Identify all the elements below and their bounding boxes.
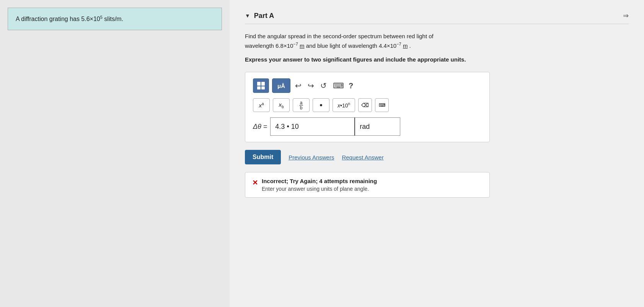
error-text-block: Incorrect; Try Again; 4 attempts remaini… bbox=[262, 178, 377, 192]
undo-btn[interactable]: ↩ bbox=[293, 78, 303, 93]
toolbar: μÅ ↩ ↪ ↺ ⌨ ? bbox=[253, 78, 482, 93]
right-panel: ▼ Part A ⇒ Find the angular spread in th… bbox=[230, 0, 644, 307]
fraction-btn[interactable]: a b bbox=[293, 98, 310, 112]
undo-icon: ↩ bbox=[295, 81, 302, 90]
left-panel: A diffraction grating has 5.6×105 slits/… bbox=[0, 0, 230, 307]
error-title: Incorrect; Try Again; 4 attempts remaini… bbox=[262, 178, 377, 184]
answer-container: μÅ ↩ ↪ ↺ ⌨ ? xa xb bbox=[245, 72, 490, 142]
math-row: xa xb a b • x•10n ⌫ ⌨ bbox=[253, 98, 482, 112]
dot-btn[interactable]: • bbox=[313, 98, 329, 112]
error-subtitle: Enter your answer using units of plane a… bbox=[262, 186, 377, 192]
part-collapse-icon[interactable]: ▼ bbox=[245, 13, 250, 19]
subscript-label: xb bbox=[279, 101, 284, 109]
sci-notation-label: x•10n bbox=[337, 102, 350, 109]
error-box: ✕ Incorrect; Try Again; 4 attempts remai… bbox=[245, 172, 490, 198]
subscript-btn[interactable]: xb bbox=[273, 98, 290, 112]
delete-icon: ⌫ bbox=[361, 102, 369, 108]
refresh-btn[interactable]: ↺ bbox=[319, 78, 328, 93]
refresh-icon: ↺ bbox=[320, 81, 327, 90]
previous-answers-link[interactable]: Previous Answers bbox=[289, 154, 334, 161]
delete-btn[interactable]: ⌫ bbox=[358, 98, 372, 112]
fraction-icon: a b bbox=[299, 101, 303, 110]
sci-notation-btn[interactable]: x•10n bbox=[333, 98, 355, 112]
superscript-btn[interactable]: xa bbox=[253, 98, 270, 112]
question-line1: Find the angular spread in the second-or… bbox=[245, 33, 434, 39]
matrix-icon bbox=[257, 82, 265, 89]
part-title: Part A bbox=[254, 12, 274, 20]
keyboard-icon: ⌨ bbox=[333, 81, 344, 90]
answer-input[interactable] bbox=[270, 117, 354, 136]
keyboard2-icon: ⌨ bbox=[379, 102, 385, 108]
question-line2: wavelength 6.8×10−7 m and blue light of … bbox=[245, 42, 411, 49]
action-row: Submit Previous Answers Request Answer bbox=[245, 150, 629, 164]
input-row: Δθ = bbox=[253, 117, 482, 136]
help-btn[interactable]: ? bbox=[349, 81, 353, 90]
request-answer-link[interactable]: Request Answer bbox=[342, 154, 383, 161]
redo-icon: ↪ bbox=[308, 81, 314, 90]
dot-icon: • bbox=[320, 101, 322, 110]
redo-btn[interactable]: ↪ bbox=[306, 78, 316, 93]
question-instruction: Express your answer to two significant f… bbox=[245, 55, 629, 64]
keyboard-btn[interactable]: ⌨ bbox=[331, 78, 346, 93]
error-icon: ✕ bbox=[252, 179, 258, 187]
part-header: ▼ Part A ⇒ bbox=[245, 11, 629, 24]
submit-button[interactable]: Submit bbox=[245, 150, 281, 164]
keyboard2-btn[interactable]: ⌨ bbox=[375, 98, 389, 112]
unit-label: μÅ bbox=[277, 83, 285, 89]
delta-label: Δθ = bbox=[253, 123, 267, 131]
unit-btn[interactable]: μÅ bbox=[272, 78, 290, 93]
help-icon: ? bbox=[349, 81, 353, 90]
expand-icon[interactable]: ⇒ bbox=[623, 11, 629, 20]
superscript-label: xa bbox=[259, 102, 264, 109]
question-text: Find the angular spread in the second-or… bbox=[245, 32, 629, 50]
problem-text: A diffraction grating has 5.6×105 slits/… bbox=[16, 16, 123, 22]
problem-statement: A diffraction grating has 5.6×105 slits/… bbox=[8, 8, 222, 30]
matrix-icon-btn[interactable] bbox=[253, 78, 269, 93]
unit-input[interactable] bbox=[354, 117, 400, 136]
